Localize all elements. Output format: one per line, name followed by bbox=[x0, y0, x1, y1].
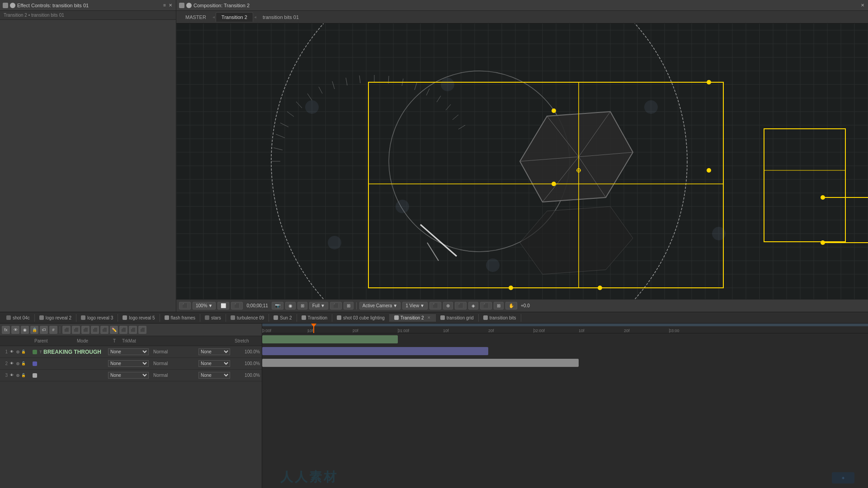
tab-transition2[interactable]: Transition 2 bbox=[216, 12, 253, 22]
tool-solo[interactable]: ◉ bbox=[21, 326, 29, 334]
tab-transition-grid[interactable]: transition grid bbox=[436, 314, 479, 322]
fit-btn[interactable]: ⬜ bbox=[217, 302, 229, 310]
resolution-select[interactable]: Full ▼ bbox=[309, 302, 328, 310]
timecode-display[interactable]: 0;00;00;11 bbox=[245, 302, 269, 309]
svg-point-129 bbox=[328, 236, 341, 249]
layer2-parent-select[interactable]: None bbox=[108, 360, 149, 367]
draft-btn[interactable]: ⬛ bbox=[480, 302, 492, 310]
layer-row-2[interactable]: 2 👁 ◎ 🔓 None Normal None 100.0% bbox=[0, 358, 262, 370]
track-row-2[interactable] bbox=[262, 345, 868, 357]
layer1-solo[interactable]: ◎ bbox=[15, 349, 20, 355]
layer-row-3[interactable]: 3 👁 ◎ 🔓 None Normal None 100.0% bbox=[0, 370, 262, 381]
layer1-lock[interactable]: 🔓 bbox=[21, 349, 26, 355]
layer2-parent[interactable]: None bbox=[108, 360, 153, 367]
tab-shot04c[interactable]: shot 04c bbox=[2, 314, 35, 322]
layer1-name: BREAKING THROUGH bbox=[43, 349, 108, 355]
puppet-btn[interactable]: ⬛ bbox=[138, 326, 146, 334]
comp-icon-btn[interactable]: ⬛ bbox=[179, 302, 191, 310]
adjustment-btn[interactable]: ⬛ bbox=[81, 326, 90, 334]
composition-title: Composition: Transition 2 bbox=[193, 3, 858, 8]
3d-btn[interactable]: ⊕ bbox=[443, 302, 453, 310]
tab-flash-frames[interactable]: flash frames bbox=[160, 314, 200, 322]
overlay-btn[interactable]: ⊞ bbox=[297, 302, 307, 310]
view-select[interactable]: 1 View ▼ bbox=[402, 302, 428, 310]
pen-btn[interactable]: ✏️ bbox=[110, 326, 118, 334]
ruler-line-1min bbox=[398, 328, 398, 333]
playhead-line[interactable] bbox=[313, 324, 314, 333]
layer3-eye[interactable]: 👁 bbox=[9, 373, 14, 378]
tab-turbulence[interactable]: turbulence 09 bbox=[226, 314, 269, 322]
composition-panel: Composition: Transition 2 ✕ MASTER ◂ Tra… bbox=[176, 0, 868, 312]
region-btn[interactable]: ◈ bbox=[468, 302, 478, 310]
active-camera-select[interactable]: Active Camera ▼ bbox=[359, 302, 401, 310]
tab-transition-bits[interactable]: transition bits 01 bbox=[257, 13, 304, 22]
layer2-eye[interactable]: 👁 bbox=[9, 361, 14, 366]
tab-stars[interactable]: stars bbox=[200, 314, 226, 322]
layer3-lock[interactable]: 🔓 bbox=[21, 373, 26, 378]
info-btn[interactable]: ⊞ bbox=[494, 302, 504, 310]
3d-layer-btn[interactable]: ⬛ bbox=[91, 326, 99, 334]
layer2-lock[interactable]: 🔓 bbox=[21, 361, 26, 366]
grid-btn[interactable]: ⊞ bbox=[344, 302, 354, 310]
tab-master[interactable]: MASTER bbox=[180, 13, 212, 22]
tab-logo-reveal-5[interactable]: logo reveal 5 bbox=[118, 314, 160, 322]
tab-transition2[interactable]: Transition 2 ✕ bbox=[390, 314, 436, 322]
tab-transition[interactable]: Transition bbox=[297, 314, 333, 322]
composition-btn[interactable]: ⬛ bbox=[62, 326, 71, 334]
zoom-select[interactable]: 100% ▼ bbox=[193, 302, 216, 310]
tab-close-transition2[interactable]: ✕ bbox=[427, 315, 431, 320]
tool-fx[interactable]: fx bbox=[2, 326, 10, 334]
view-toggle-btn[interactable]: ⬛ bbox=[455, 302, 467, 310]
header-parent: Parent bbox=[32, 338, 77, 343]
tab-shot03[interactable]: shot 03 cube lighting bbox=[332, 314, 390, 322]
composition-canvas[interactable] bbox=[176, 23, 868, 299]
tab-logo-reveal-2[interactable]: logo reveal 2 bbox=[35, 314, 76, 322]
layer1-eye[interactable]: 👁 bbox=[9, 349, 14, 355]
layer1-parent[interactable]: None bbox=[108, 348, 153, 355]
camera-snapshot-btn[interactable]: 📷 bbox=[272, 302, 283, 310]
layer1-parent-select[interactable]: None bbox=[108, 348, 149, 355]
timeline-tracks-area: 0:00f 10f 20f 01:00f 10f 20f 02:00f 10f … bbox=[262, 324, 868, 488]
track-row-1[interactable] bbox=[262, 333, 868, 345]
layer1-trkmat[interactable]: None bbox=[198, 348, 235, 355]
track-row-3[interactable] bbox=[262, 357, 868, 369]
tab-sun2[interactable]: Sun 2 bbox=[269, 314, 297, 322]
layer3-parent-select[interactable]: None bbox=[108, 372, 149, 379]
layer3-solo[interactable]: ◎ bbox=[15, 373, 20, 378]
ruler-mark-10f: 10f bbox=[307, 328, 313, 333]
layer1-trkmat-select[interactable]: None bbox=[198, 348, 230, 355]
layer-row-1[interactable]: 1 👁 ◎ 🔓 T BREAKING THROUGH None Normal N… bbox=[0, 346, 262, 358]
view-options-btn[interactable]: ⬛ bbox=[330, 302, 342, 310]
tool-label[interactable]: 🏷 bbox=[40, 326, 48, 334]
layer3-parent[interactable]: None bbox=[108, 372, 153, 379]
svg-point-127 bbox=[441, 78, 454, 91]
layer2-trkmat-select[interactable]: None bbox=[198, 360, 230, 367]
resolution-btn[interactable]: ⬛ bbox=[231, 302, 243, 310]
ruler-line-0 bbox=[262, 328, 263, 333]
panel-close-button[interactable]: ✕ bbox=[168, 3, 173, 8]
tab-transition-bits[interactable]: transition bits bbox=[479, 314, 521, 322]
tab-logo-reveal-3[interactable]: logo reveal 3 bbox=[76, 314, 118, 322]
precomp-btn[interactable]: ⬛ bbox=[72, 326, 80, 334]
layer2-trkmat[interactable]: None bbox=[198, 360, 235, 367]
timeline-ruler[interactable]: 0:00f 10f 20f 01:00f 10f 20f 02:00f 10f … bbox=[262, 324, 868, 333]
type-btn[interactable]: ⬛ bbox=[119, 326, 127, 334]
layer2-solo[interactable]: ◎ bbox=[15, 361, 20, 366]
header-t: T bbox=[113, 338, 122, 343]
clone-btn[interactable]: ⬛ bbox=[129, 326, 137, 334]
comp-close-button[interactable]: ✕ bbox=[860, 3, 865, 8]
layer3-trkmat[interactable]: None bbox=[198, 372, 235, 379]
track-rows: 人人素材 ◈ bbox=[262, 333, 868, 488]
tool-num[interactable]: # bbox=[49, 326, 57, 334]
track-bar-3 bbox=[262, 359, 579, 367]
hand-tool[interactable]: ✋ bbox=[505, 302, 517, 310]
panel-menu-button[interactable]: ≡ bbox=[163, 3, 166, 8]
layer3-trkmat-select[interactable]: None bbox=[198, 372, 230, 379]
svg-point-126 bbox=[305, 100, 319, 114]
timeline-panel: fx 👁 ◉ 🔒 🏷 # ⬛ ⬛ ⬛ ⬛ ⬛ ✏️ ⬛ ⬛ ⬛ Parent M… bbox=[0, 324, 868, 488]
color-btn[interactable]: ◉ bbox=[285, 302, 296, 310]
shape-btn[interactable]: ⬛ bbox=[100, 326, 108, 334]
tool-lock[interactable]: 🔒 bbox=[30, 326, 38, 334]
tool-eye[interactable]: 👁 bbox=[11, 326, 19, 334]
render-btn[interactable]: ⬛ bbox=[429, 302, 441, 310]
